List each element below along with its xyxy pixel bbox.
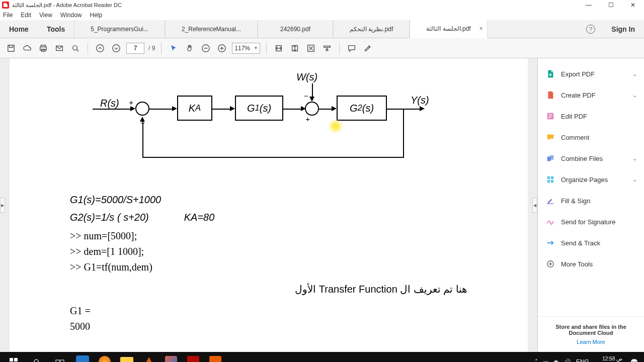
svg-rect-20: [551, 180, 553, 183]
page-number-input[interactable]: [126, 43, 144, 54]
zoom-select[interactable]: 117%▼: [232, 43, 260, 54]
arabic-text: هنا تم تعريف ال Transfer Function الأول: [70, 283, 467, 295]
svg-rect-22: [10, 358, 13, 361]
chevron-down-icon: ⌄: [632, 155, 637, 162]
zoom-in-icon[interactable]: [216, 42, 228, 54]
taskbar-matlab[interactable]: [160, 352, 182, 362]
comment-button[interactable]: Comment: [538, 127, 644, 148]
svg-rect-28: [60, 360, 64, 362]
equation: G1(s)=5000/S+1000: [70, 194, 467, 206]
toolbar: / 9 117%▼: [0, 38, 644, 58]
pdf-page: R(s) + − KA G1(s) +: [10, 58, 528, 352]
organize-pages-button[interactable]: Organize Pages⌄: [538, 169, 644, 190]
export-pdf-button[interactable]: Export PDF⌄: [538, 63, 644, 84]
taskbar-vlc[interactable]: [138, 352, 160, 362]
menu-window[interactable]: Window: [60, 12, 82, 19]
send-track-button[interactable]: Send & Track: [538, 232, 644, 253]
svg-rect-19: [547, 180, 550, 183]
home-button[interactable]: Home: [0, 20, 38, 38]
maximize-button[interactable]: ☐: [600, 0, 622, 10]
panel-handle-right[interactable]: ◀: [532, 198, 537, 213]
hand-icon[interactable]: [184, 42, 196, 54]
email-icon[interactable]: [53, 42, 65, 54]
promo-box: Store and share files in the Document Cl…: [538, 316, 644, 352]
comment-icon[interactable]: [346, 42, 358, 54]
chevron-down-icon: ⌄: [632, 176, 637, 183]
help-icon[interactable]: ?: [586, 25, 595, 34]
code-line: >> dem=[1 1000];: [70, 246, 467, 257]
combine-files-button[interactable]: Combine Files⌄: [538, 148, 644, 169]
document-tab[interactable]: نظرية التحكم.pdf: [333, 20, 410, 38]
document-tab[interactable]: 242690.pdf: [258, 20, 333, 38]
block-ka: KA: [177, 96, 212, 121]
sign-in-button[interactable]: Sign In: [602, 20, 644, 38]
svg-point-7: [113, 44, 120, 51]
fill-sign-button[interactable]: Fill & Sign: [538, 190, 644, 211]
send-signature-button[interactable]: Send for Signature: [538, 211, 644, 232]
document-viewport[interactable]: ▶ R(s) + − KA G1(s): [0, 58, 537, 352]
result-line: 5000: [70, 321, 467, 332]
tray-clock[interactable]: ص 12:58 2018/10/26: [594, 356, 625, 362]
menu-help[interactable]: Help: [90, 12, 103, 19]
taskbar-firefox[interactable]: [94, 352, 116, 362]
edit-pdf-button[interactable]: Edit PDF: [538, 106, 644, 127]
windows-taskbar: ˄ ▭ ◉ 🔊 ENG ص 12:58 2018/10/26 💬: [0, 352, 644, 362]
result-line: G1 =: [70, 305, 467, 317]
search-icon[interactable]: [69, 42, 82, 54]
page-down-icon[interactable]: [110, 42, 122, 54]
svg-rect-0: [8, 45, 15, 51]
document-tab-active[interactable]: الجلسة الثالثة.pdf ×: [410, 20, 487, 38]
svg-point-6: [97, 44, 104, 51]
tray-lang[interactable]: ENG: [576, 358, 589, 362]
menu-view[interactable]: View: [39, 12, 52, 19]
tabs-bar: Home Tools 5_ProgrammersGui... 2_Referen…: [0, 20, 644, 38]
save-icon[interactable]: [5, 42, 17, 54]
menu-edit[interactable]: Edit: [21, 12, 31, 19]
window-title: الجلسة الثالثة.pdf - Adobe Acrobat Reade…: [12, 2, 578, 9]
start-button[interactable]: [2, 352, 25, 362]
tools-button[interactable]: Tools: [38, 20, 74, 38]
close-button[interactable]: ✕: [622, 0, 644, 10]
cursor-highlight: [328, 119, 343, 134]
svg-point-5: [73, 45, 77, 50]
tray-battery-icon[interactable]: ▭: [543, 358, 548, 362]
block-g2: G2(s): [337, 96, 387, 121]
taskbar-acrobat[interactable]: [182, 352, 204, 362]
cloud-icon[interactable]: [21, 42, 33, 54]
document-tab[interactable]: 2_ReferenceManual...: [165, 20, 258, 38]
task-view-button[interactable]: [48, 352, 71, 362]
equation: G2(s)=1/s ( s+20): [70, 212, 149, 223]
page-total: / 9: [148, 45, 155, 52]
close-tab-icon[interactable]: ×: [479, 25, 483, 32]
print-icon[interactable]: [37, 42, 49, 54]
page-up-icon[interactable]: [94, 42, 106, 54]
more-tools-button[interactable]: More Tools: [538, 253, 644, 275]
chevron-down-icon: ⌄: [632, 92, 637, 99]
summing-junction: [135, 102, 149, 116]
svg-rect-23: [14, 358, 18, 361]
fit-width-icon[interactable]: [273, 42, 285, 54]
svg-rect-17: [547, 176, 550, 179]
zoom-out-icon[interactable]: [200, 42, 212, 54]
minimize-button[interactable]: —: [578, 0, 600, 10]
tray-chevron-icon[interactable]: ˄: [535, 358, 538, 362]
document-tab[interactable]: 5_ProgrammersGui...: [74, 20, 165, 38]
tray-notifications-icon[interactable]: 💬: [630, 358, 638, 362]
tray-volume-icon[interactable]: 🔊: [564, 358, 571, 362]
highlight-icon[interactable]: [362, 42, 374, 54]
create-pdf-button[interactable]: Create PDF⌄: [538, 84, 644, 106]
code-line: >> num=[5000];: [70, 230, 467, 242]
taskbar-app[interactable]: [204, 352, 226, 362]
read-mode-icon[interactable]: [321, 42, 333, 54]
fit-page-icon[interactable]: [289, 42, 301, 54]
panel-handle-left[interactable]: ▶: [0, 198, 5, 213]
pointer-icon[interactable]: [168, 42, 180, 54]
tray-wifi-icon[interactable]: ◉: [553, 358, 558, 362]
taskbar-explorer[interactable]: [116, 352, 138, 362]
taskbar-app[interactable]: [71, 352, 94, 362]
menu-file[interactable]: File: [3, 12, 13, 19]
svg-point-26: [34, 359, 38, 362]
fullscreen-icon[interactable]: [305, 42, 317, 54]
search-button[interactable]: [25, 352, 48, 362]
learn-more-link[interactable]: Learn More: [545, 339, 637, 345]
